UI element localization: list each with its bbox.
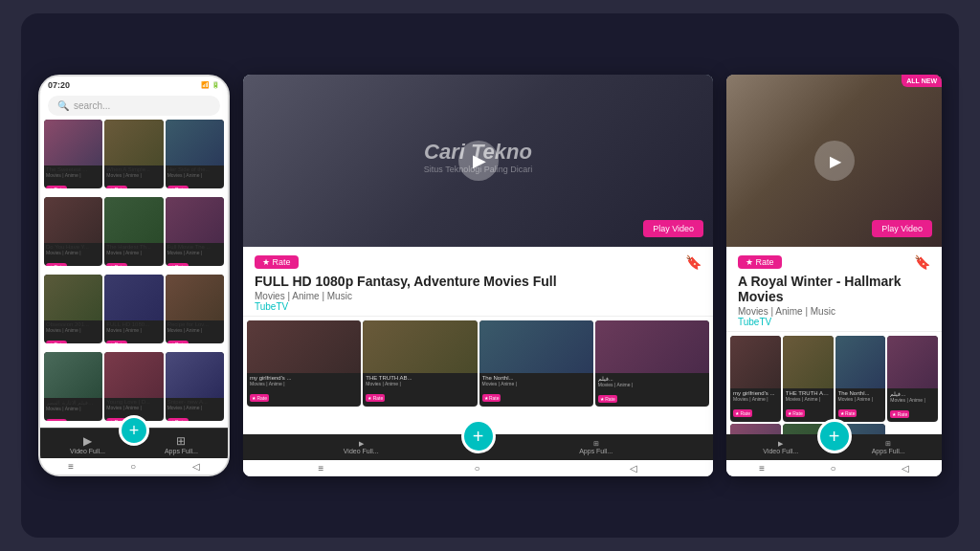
home-icon[interactable]: ○ — [830, 463, 835, 474]
rate-button[interactable]: ★ Rate — [46, 263, 67, 266]
rate-button-center[interactable]: ★ Rate — [255, 255, 299, 269]
rate-button[interactable]: ★ Rate — [46, 419, 67, 421]
nav-apps-label: Apps Full... — [579, 448, 612, 454]
nav-apps-center[interactable]: ⊞ Apps Full... — [579, 440, 612, 454]
list-item[interactable]: Sniper- new A... Movies | Anime | ★ Rate… — [166, 352, 224, 421]
bottom-nav-right: ▶ Video Full... + ⊞ Apps Full... — [726, 434, 942, 460]
rate-button[interactable]: ★ Rate — [167, 418, 189, 421]
list-item[interactable]: THE TRUTH AB... Movies | Anime | ★ Rate — [363, 320, 477, 407]
back-icon[interactable]: ◁ — [630, 463, 637, 474]
list-item[interactable]: Full Movie The ... Movies | Anime | ★ Ra… — [166, 197, 224, 266]
status-time: 07:20 — [48, 80, 70, 90]
video-thumbnail — [247, 320, 361, 373]
list-item[interactable]: my girlfriend's ... Movies | Anime | ★ R… — [247, 320, 361, 407]
movie-title-right: A Royal Winter - Hallmark Movies — [738, 274, 930, 304]
video-thumbnail — [44, 120, 102, 165]
video-thumbnail — [479, 320, 593, 373]
bookmark-icon-center[interactable]: 🔖 — [685, 254, 702, 270]
video-thumbnail — [363, 320, 477, 373]
main-video-player[interactable]: Cari Tekno Situs Teknologi Paling Dicari… — [243, 75, 713, 247]
rate-button[interactable]: ★ Rate — [106, 263, 127, 266]
search-icon: 🔍 — [57, 100, 69, 111]
nav-apps-label: Apps Full... — [872, 448, 905, 454]
play-icon: ▶ — [473, 150, 486, 171]
list-item[interactable]: The Northl... Movies | Anime | ★ Rate — [479, 320, 593, 407]
video-thumbnail — [783, 336, 834, 388]
rate-button[interactable]: ★ Rate — [106, 186, 127, 188]
list-item[interactable]: my girlfriend's ... Movies | Anime | ★ R… — [730, 336, 781, 422]
home-icon[interactable]: ○ — [474, 463, 479, 474]
video-thumbnail — [166, 352, 224, 398]
rate-button[interactable]: ★ Rate — [46, 186, 67, 188]
list-item[interactable]: The Sweetest ... Movies | Anime | ★ Rate… — [44, 120, 102, 188]
nav-video-label: Video Full... — [70, 448, 105, 454]
rate-button[interactable]: ★ Rate — [167, 341, 189, 343]
play-button-right[interactable]: ▶ — [814, 141, 855, 181]
movie-source-center: TubeTV — [255, 301, 702, 312]
play-video-button-right[interactable]: Play Video — [872, 220, 932, 237]
list-item[interactable]: The Northl... Movies | Anime | ★ Rate — [835, 336, 886, 422]
system-nav-right: ≡ ○ ◁ — [726, 460, 942, 476]
menu-icon[interactable]: ≡ — [68, 461, 74, 472]
menu-icon[interactable]: ≡ — [319, 463, 324, 474]
video-thumbnail — [44, 275, 102, 320]
rate-button[interactable]: ★ Rate — [167, 263, 189, 266]
status-bar-left: 07:20 📶 🔋 — [40, 77, 228, 92]
play-button-center[interactable]: ▶ — [458, 141, 499, 181]
movie-info-center: ★ Rate 🔖 FULL HD 1080p Fantasy, Adventur… — [243, 247, 713, 317]
movie-title-center: FULL HD 1080p Fantasy, Adventure Movies … — [255, 274, 702, 289]
back-icon[interactable]: ◁ — [902, 463, 909, 474]
list-item[interactable]: فيلم... Movies | Anime | ★ Rate — [887, 336, 938, 422]
apps-icon: ⊞ — [872, 440, 905, 448]
video-thumbnail — [104, 120, 163, 165]
rate-button-right[interactable]: ★ Rate — [738, 255, 782, 269]
apps-icon: ⊞ — [579, 440, 612, 448]
list-item[interactable]: فيلم الاثارة المصر... Movies | Anime | ★… — [44, 352, 102, 421]
search-bar-left[interactable]: 🔍 search... — [48, 96, 220, 116]
bookmark-icon-right[interactable]: 🔖 — [914, 254, 930, 270]
nav-video-left[interactable]: ▶ Video Full... — [70, 434, 105, 454]
back-icon[interactable]: ◁ — [192, 461, 200, 472]
list-item[interactable]: When A Simple... Movies | Anime | ★ Rate… — [104, 120, 163, 188]
system-nav-center: ≡ ○ ◁ — [243, 460, 713, 476]
fab-plus-center[interactable]: + — [461, 419, 496, 453]
nav-video-right[interactable]: ▶ Video Full... — [763, 440, 798, 454]
menu-icon[interactable]: ≡ — [759, 463, 765, 474]
list-item[interactable]: Recipe for Lov... Movies | Anime | ★ Rat… — [166, 275, 224, 343]
video-thumbnail — [104, 352, 163, 398]
video-thumbnail — [166, 120, 224, 165]
fab-plus-left[interactable]: + — [119, 415, 149, 446]
system-nav-left: ≡ ○ ◁ — [40, 458, 228, 474]
list-item[interactable]: Do You Have Y... Movies | Anime | ★ Rate… — [44, 197, 102, 266]
home-icon[interactable]: ○ — [130, 461, 136, 472]
video-thumbnail — [44, 352, 102, 398]
video-thumbnail — [104, 197, 163, 243]
video-thumbnail — [166, 197, 224, 243]
movie-genres-right: Movies | Anime | Music — [738, 306, 930, 317]
list-item[interactable]: The Hardest Th... Movies | Anime | ★ Rat… — [104, 197, 163, 266]
nav-video-label: Video Full... — [344, 448, 379, 454]
play-video-button[interactable]: Play Video — [643, 220, 703, 237]
list-item[interactable]: THE TRUTH AB... Movies | Anime | ★ Rate — [783, 336, 834, 422]
right-panel: ALL NEW ▶ Play Video ★ Rate 🔖 A Royal Wi… — [726, 75, 942, 476]
rate-button[interactable]: ★ Rate — [46, 341, 67, 343]
fab-plus-right[interactable]: + — [817, 419, 852, 453]
list-item[interactable]: Her Side of the... Movies | Anime | ★ Ra… — [166, 120, 224, 188]
movie-info-right: ★ Rate 🔖 A Royal Winter - Hallmark Movie… — [726, 247, 942, 332]
list-item[interactable]: فيلم... Movies | Anime | ★ Rate — [595, 320, 709, 407]
video-title: فيلم الاثارة المصر... — [46, 399, 100, 406]
list-item[interactable]: The Sweetest ... Movies | Anime | ★ Rate — [730, 424, 781, 434]
video-thumbnail — [104, 275, 163, 320]
list-item[interactable]: Young Love | D... Movies | Anime | ★ Rat… — [104, 352, 163, 421]
nav-apps-left[interactable]: ⊞ Apps Full... — [165, 434, 198, 454]
nav-apps-right[interactable]: ⊞ Apps Full... — [872, 440, 905, 454]
play-icon: ▶ — [830, 152, 841, 170]
nav-video-center[interactable]: ▶ Video Full... — [344, 440, 379, 454]
list-item[interactable]: FULL HD 1080... Movies | Anime | ★ Rate … — [104, 275, 163, 343]
list-item[interactable]: Obsession 201... Movies | Anime | ★ Rate… — [44, 275, 102, 343]
rate-button[interactable]: ★ Rate — [167, 186, 189, 188]
rate-button[interactable]: ★ Rate — [106, 341, 127, 343]
video-icon: ▶ — [763, 440, 798, 448]
video-thumbnail — [44, 197, 102, 243]
main-video-player-right[interactable]: ALL NEW ▶ Play Video — [726, 75, 942, 247]
